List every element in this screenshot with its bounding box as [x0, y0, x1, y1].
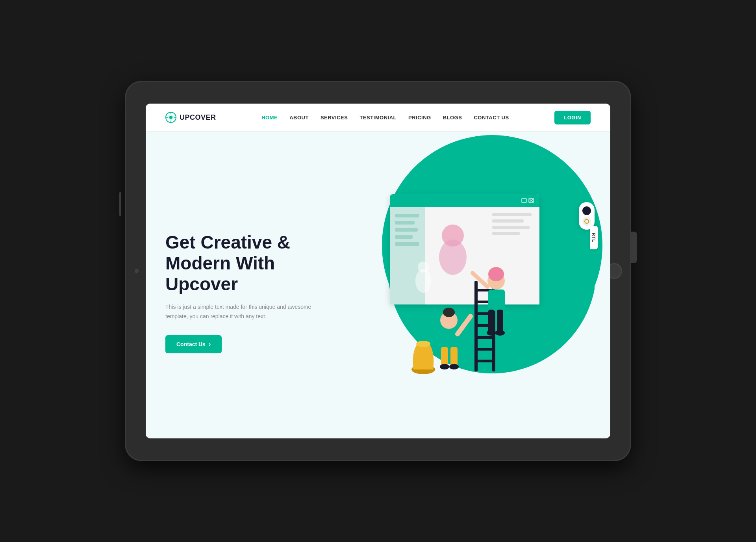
svg-rect-17 — [395, 221, 415, 225]
tablet-camera — [135, 269, 139, 273]
svg-rect-22 — [492, 213, 532, 216]
nav-links: HOME ABOUT SERVICES TESTIMONIAL PRICING … — [261, 114, 509, 121]
svg-rect-25 — [492, 232, 520, 235]
navbar: UPCOVER HOME ABOUT SERVICES TESTIMONIAL … — [146, 104, 610, 131]
screen: UPCOVER HOME ABOUT SERVICES TESTIMONIAL … — [146, 104, 610, 438]
contact-us-button[interactable]: Contact Us › — [165, 335, 222, 353]
toggle-top — [582, 206, 591, 215]
contact-btn-label: Contact Us — [176, 341, 206, 347]
svg-point-55 — [487, 330, 496, 336]
svg-point-56 — [495, 330, 505, 336]
svg-rect-10 — [390, 200, 539, 207]
svg-rect-36 — [450, 347, 458, 367]
logo-icon — [165, 112, 176, 123]
nav-testimonial[interactable]: TESTIMONIAL — [359, 115, 397, 121]
rtl-panel[interactable]: RTL — [590, 226, 598, 249]
svg-point-38 — [449, 364, 459, 369]
hero-title: Get Creative & Modern With Upcover — [165, 232, 345, 295]
nav-home[interactable]: HOME — [261, 115, 278, 121]
svg-point-27 — [439, 239, 467, 275]
svg-rect-35 — [441, 347, 448, 367]
tablet-frame: UPCOVER HOME ABOUT SERVICES TESTIMONIAL … — [126, 82, 630, 460]
svg-rect-33 — [441, 329, 458, 349]
toggle-inner-circle — [584, 219, 589, 224]
hero-left: Get Creative & Modern With Upcover This … — [165, 232, 357, 353]
nav-contact[interactable]: CONTACT US — [474, 115, 509, 121]
svg-rect-45 — [474, 336, 495, 339]
nav-blogs[interactable]: BLOGS — [443, 115, 462, 121]
svg-point-50 — [491, 267, 502, 278]
svg-point-37 — [440, 364, 449, 369]
hero-section: Get Creative & Modern With Upcover This … — [146, 131, 610, 438]
svg-rect-18 — [395, 228, 418, 232]
svg-rect-53 — [488, 310, 495, 333]
logo-text: UPCOVER — [180, 113, 216, 122]
hero-right: RTL — [357, 147, 591, 438]
svg-rect-46 — [474, 348, 495, 351]
svg-rect-16 — [395, 214, 419, 217]
svg-rect-24 — [492, 226, 530, 229]
nav-services[interactable]: SERVICES — [321, 115, 348, 121]
svg-rect-54 — [497, 310, 503, 333]
svg-rect-20 — [395, 242, 419, 246]
svg-point-31 — [443, 308, 455, 317]
svg-rect-23 — [492, 219, 524, 223]
svg-rect-52 — [488, 290, 505, 311]
toggle-bottom — [582, 217, 591, 226]
logo[interactable]: UPCOVER — [165, 112, 216, 123]
hero-illustration — [362, 151, 595, 407]
hero-subtitle: This is just a simple text made for this… — [165, 303, 315, 321]
nav-about[interactable]: ABOUT — [289, 115, 309, 121]
svg-rect-47 — [474, 360, 495, 362]
nav-pricing[interactable]: PRICING — [408, 115, 431, 121]
contact-btn-arrow: › — [209, 341, 211, 348]
svg-rect-19 — [395, 235, 413, 239]
login-button[interactable]: LOGIN — [554, 111, 591, 124]
svg-point-29 — [418, 262, 429, 273]
svg-point-58 — [416, 341, 430, 347]
svg-point-2 — [169, 116, 172, 119]
